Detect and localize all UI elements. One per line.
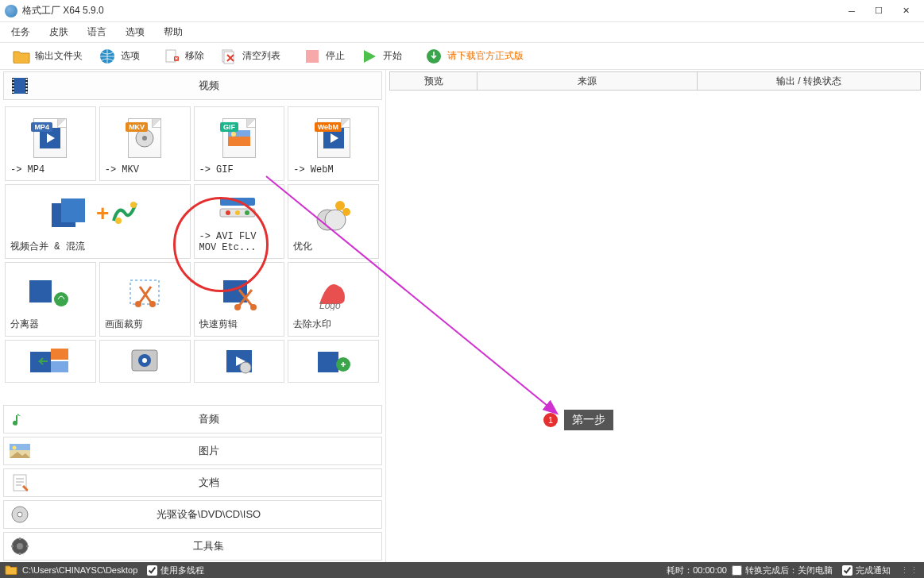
menu-options[interactable]: 选项	[122, 24, 148, 40]
tile-merge-label: 视频合并 & 混流	[10, 240, 85, 253]
close-button[interactable]: ✕	[892, 2, 919, 20]
tile-avi-etc[interactable]: -> AVI FLV MOV Etc...	[194, 184, 285, 259]
options-button[interactable]: 选项	[92, 45, 146, 67]
remove-label: 移除	[185, 49, 204, 63]
play-icon	[361, 48, 378, 65]
menu-language[interactable]: 语言	[84, 24, 110, 40]
tile-mkv[interactable]: MKV -> MKV	[99, 106, 191, 181]
svg-point-47	[234, 304, 241, 310]
svg-point-36	[245, 210, 249, 215]
svg-point-68	[17, 543, 23, 549]
tile-quickcut-label: 快速剪辑	[199, 318, 238, 331]
clear-icon	[220, 48, 238, 65]
col-output-state[interactable]: 输出 / 转换状态	[698, 72, 920, 90]
col-preview[interactable]: 预览	[390, 72, 477, 90]
stop-icon	[303, 48, 321, 65]
svg-point-22	[142, 136, 147, 141]
toolbar-separator	[292, 47, 292, 66]
category-optical[interactable]: 光驱设备\DVD\CD\ISO	[3, 500, 382, 529]
svg-rect-15	[26, 79, 28, 80]
globe-download-icon	[425, 48, 443, 65]
category-video-label: 视频	[36, 79, 381, 93]
start-button[interactable]: 开始	[354, 45, 408, 67]
svg-rect-58	[318, 352, 338, 372]
notify-label: 完成通知	[856, 565, 891, 576]
tile-gif-label: -> GIF	[199, 164, 234, 175]
gear-globe-icon	[99, 48, 116, 65]
svg-rect-41	[29, 280, 52, 302]
toolbar-separator	[413, 47, 414, 66]
output-path[interactable]: C:\Users\CHINAYSC\Desktop	[22, 565, 137, 575]
disc-icon	[9, 503, 31, 526]
category-image[interactable]: 图片	[3, 437, 382, 465]
tile-extra-4[interactable]	[288, 340, 379, 383]
menu-help[interactable]: 帮助	[160, 24, 186, 40]
category-toolset[interactable]: 工具集	[3, 532, 382, 561]
tile-extra-3[interactable]	[194, 340, 285, 383]
remove-icon	[163, 48, 180, 65]
svg-rect-52	[51, 361, 68, 372]
svg-point-40	[342, 208, 350, 216]
notify-input[interactable]	[842, 565, 852, 576]
svg-point-55	[142, 358, 147, 363]
svg-point-44	[135, 301, 141, 307]
tile-extra-1[interactable]	[5, 340, 96, 383]
category-document[interactable]: 文档	[3, 468, 382, 497]
tile-optimize-label: 优化	[293, 240, 312, 253]
clear-list-button[interactable]: 清空列表	[214, 45, 287, 67]
tile-quickcut[interactable]: 快速剪辑	[194, 262, 285, 337]
tile-merge[interactable]: + 视频合并 & 混流	[5, 184, 191, 259]
tile-separator-label: 分离器	[10, 318, 39, 331]
menu-skin[interactable]: 皮肤	[46, 24, 72, 40]
output-folder-button[interactable]: 输出文件夹	[6, 45, 89, 67]
tools-icon	[9, 535, 31, 557]
download-link-label: 请下载官方正式版	[447, 49, 524, 63]
svg-rect-4	[224, 52, 234, 64]
annotation-number: 1	[543, 413, 558, 427]
svg-rect-11	[13, 82, 14, 83]
svg-rect-28	[61, 198, 85, 222]
toolbar-separator	[151, 47, 152, 66]
tile-crop[interactable]: 画面裁剪	[99, 262, 191, 337]
status-grip-icon: ⋮⋮	[900, 565, 919, 576]
svg-rect-32	[220, 198, 255, 206]
stop-button[interactable]: 停止	[297, 45, 351, 67]
download-official-link[interactable]: 请下载官方正式版	[425, 48, 524, 65]
tile-gif[interactable]: GIF -> GIF	[194, 106, 285, 181]
col-source[interactable]: 来源	[477, 72, 698, 90]
stop-label: 停止	[326, 49, 345, 63]
shutdown-after-input[interactable]	[732, 565, 742, 576]
window-title: 格式工厂 X64 5.9.0	[22, 4, 104, 17]
svg-point-48	[250, 304, 257, 310]
multithread-label: 使用多线程	[160, 565, 204, 576]
remove-button[interactable]: 移除	[157, 45, 211, 67]
tile-delogo[interactable]: Logo 去除水印	[288, 262, 379, 337]
tile-extra-2[interactable]	[99, 340, 191, 383]
tile-webm[interactable]: WebM -> WebM	[288, 106, 379, 181]
svg-rect-17	[26, 85, 28, 87]
tile-mp4[interactable]: MP4 -> MP4	[5, 106, 96, 181]
minimize-button[interactable]: ─	[838, 2, 865, 20]
folder-status-icon[interactable]	[5, 564, 17, 576]
svg-point-31	[115, 218, 122, 224]
notify-checkbox[interactable]: 完成通知	[842, 565, 891, 576]
tile-separator[interactable]: 分离器	[5, 262, 96, 337]
multithread-checkbox[interactable]: 使用多线程	[147, 565, 204, 576]
category-audio[interactable]: 音频	[3, 405, 382, 434]
maximize-button[interactable]: ☐	[865, 2, 892, 20]
svg-rect-13	[13, 88, 14, 90]
category-toolset-label: 工具集	[36, 539, 381, 553]
shutdown-after-checkbox[interactable]: 转换完成后：关闭电脑	[732, 565, 833, 576]
svg-point-57	[240, 362, 251, 373]
tile-mp4-label: -> MP4	[10, 164, 44, 175]
category-optical-label: 光驱设备\DVD\CD\ISO	[36, 507, 381, 522]
multithread-input[interactable]	[147, 565, 157, 576]
tile-optimize[interactable]: 优化	[288, 184, 379, 259]
shutdown-after-label: 转换完成后：关闭电脑	[745, 565, 833, 576]
menu-task[interactable]: 任务	[8, 24, 33, 40]
svg-point-45	[149, 301, 156, 307]
category-video[interactable]: 视频	[3, 71, 382, 100]
svg-rect-10	[13, 79, 14, 80]
category-audio-label: 音频	[36, 412, 381, 426]
output-folder-label: 输出文件夹	[35, 49, 83, 63]
